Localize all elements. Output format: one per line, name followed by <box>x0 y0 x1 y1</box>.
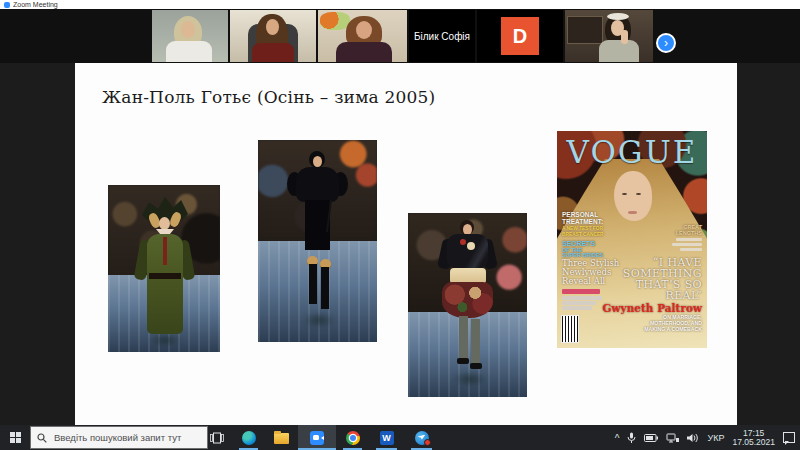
photo3-corsage-red-shape <box>460 239 466 245</box>
participant2-body-shape <box>252 43 294 62</box>
participant3-body-shape <box>336 42 392 62</box>
participant4-headband-shape <box>607 13 629 20</box>
photo2-boot-right-shape <box>321 267 329 309</box>
vogue-subline: MAKING A COMEBACK <box>644 327 702 333</box>
slide-title: Жан-Поль Готьє (Осінь – зима 2005) <box>102 87 435 107</box>
participant-video-4[interactable] <box>565 10 653 62</box>
vogue-coverline: A NEW TEST FOR <box>562 226 603 231</box>
chevron-up-icon: ^ <box>615 433 620 444</box>
taskbar-clock[interactable]: 17:15 17.05.2021 <box>732 429 775 447</box>
vogue-smallprint-bar <box>672 243 702 246</box>
participant-video-2[interactable] <box>230 10 316 62</box>
participant-video-strip: Білик Софія D › <box>0 9 800 63</box>
photo3-jacket-shape <box>447 234 488 269</box>
zoom-meeting-window: Zoom Meeting Білик Софія D <box>0 0 800 450</box>
photo3-reflection <box>452 371 488 387</box>
windows-taskbar: W ^ <box>0 425 800 450</box>
taskbar-search[interactable] <box>30 426 208 449</box>
participant-name-tile[interactable]: Білик Софія <box>409 10 475 62</box>
presentation-slide: Жан-Поль Готьє (Осінь – зима 2005) <box>75 63 737 425</box>
avatar-initial: D <box>513 25 527 48</box>
tray-expand-button[interactable]: ^ <box>615 434 620 444</box>
messenger-taskbar-button[interactable] <box>404 425 439 450</box>
vogue-model-eye-left-shape <box>622 193 627 195</box>
search-icon <box>37 433 47 443</box>
photo2-boot-left-shape <box>309 264 317 304</box>
windows-icon <box>10 432 21 443</box>
chrome-icon <box>346 431 360 445</box>
battery-icon[interactable] <box>644 434 658 442</box>
vogue-coverline: LENGTHS <box>676 231 702 237</box>
vogue-coverline: TREATMENT: <box>562 218 603 225</box>
action-center-button[interactable] <box>783 432 795 443</box>
photo1-scarf-shape <box>163 237 167 265</box>
search-input[interactable] <box>52 431 196 444</box>
zoom-app-icon <box>4 2 10 8</box>
word-icon: W <box>380 431 394 445</box>
network-icon[interactable] <box>666 433 679 443</box>
zoom-taskbar-button[interactable] <box>298 425 336 450</box>
task-view-button[interactable] <box>202 425 232 450</box>
photo3-boot-right-shape <box>471 319 480 365</box>
photo1-reflection <box>148 333 182 347</box>
photo3-boot-left-shape <box>459 316 468 360</box>
vogue-smallprint-bar <box>562 296 602 300</box>
photo3-corsage-cream-shape <box>467 242 475 250</box>
vogue-cover-star-name: Gwyneth Paltrow <box>603 303 702 314</box>
vogue-coverline: PERSONAL <box>562 211 598 218</box>
edge-icon <box>242 431 256 445</box>
zoom-camera-icon <box>310 431 324 445</box>
participant-video-1[interactable] <box>152 10 228 62</box>
participant2-face-shape <box>266 19 279 35</box>
language-indicator[interactable]: УКР <box>707 433 724 443</box>
photo1-face-shape <box>159 217 170 230</box>
vogue-smallprint-bar <box>562 306 592 310</box>
participant4-body-shape <box>599 40 639 62</box>
volume-icon[interactable] <box>687 433 699 443</box>
vogue-smallprint-bar <box>562 301 596 305</box>
messenger-icon <box>415 431 429 445</box>
vogue-model-eye-right-shape <box>636 193 641 195</box>
participant4-bed-shape <box>567 16 603 44</box>
vogue-smallprint-bar <box>562 289 600 294</box>
participant1-body-shape <box>166 41 212 62</box>
gallery-next-button[interactable]: › <box>656 33 676 53</box>
photo3-ruffle-skirt-shape <box>442 282 493 318</box>
photo2-blouse-shape <box>296 167 339 202</box>
file-explorer-icon <box>274 433 289 444</box>
participant-avatar-tile[interactable]: D <box>477 10 563 62</box>
participant3-face-shape <box>356 21 372 39</box>
mic-icon[interactable] <box>627 432 636 444</box>
chrome-taskbar-button[interactable] <box>336 425 369 450</box>
photo3-shoe-left-shape <box>457 358 469 364</box>
avatar: D <box>501 17 539 55</box>
runway-photo-1 <box>108 185 220 352</box>
participant4-hand-shape <box>621 30 628 44</box>
photo2-reflection <box>302 312 336 328</box>
vogue-coverline: Reveal All <box>562 277 605 286</box>
vogue-masthead: VOGUE <box>557 135 707 169</box>
runway-photo-3 <box>408 213 527 397</box>
participant1-face-shape <box>181 21 195 38</box>
task-view-icon <box>210 432 224 444</box>
date-label: 17.05.2021 <box>732 438 775 447</box>
vogue-model-lips-shape <box>628 211 637 214</box>
vogue-smallprint-bar <box>680 248 702 251</box>
notification-badge <box>424 439 431 446</box>
word-icon-letter: W <box>382 433 391 443</box>
system-tray: ^ УКР <box>615 425 800 450</box>
vogue-statement-line: REAL” <box>665 290 702 301</box>
start-button[interactable] <box>0 425 30 450</box>
photo2-face-shape <box>313 156 322 167</box>
word-taskbar-button[interactable]: W <box>369 425 404 450</box>
chevron-right-icon: › <box>664 37 668 49</box>
vogue-barcode <box>561 315 579 343</box>
vogue-smallprint-bar <box>676 238 702 241</box>
participant-video-3[interactable] <box>318 10 407 62</box>
file-explorer-button[interactable] <box>265 425 298 450</box>
runway-photo-2 <box>258 140 377 342</box>
edge-taskbar-button[interactable] <box>232 425 265 450</box>
vogue-cover: VOGUE PERSONAL TREATMENT: A NEW TEST FOR… <box>557 131 707 348</box>
photo3-shoe-right-shape <box>470 363 482 369</box>
vogue-coverline: BREAST CANCER <box>562 232 604 237</box>
